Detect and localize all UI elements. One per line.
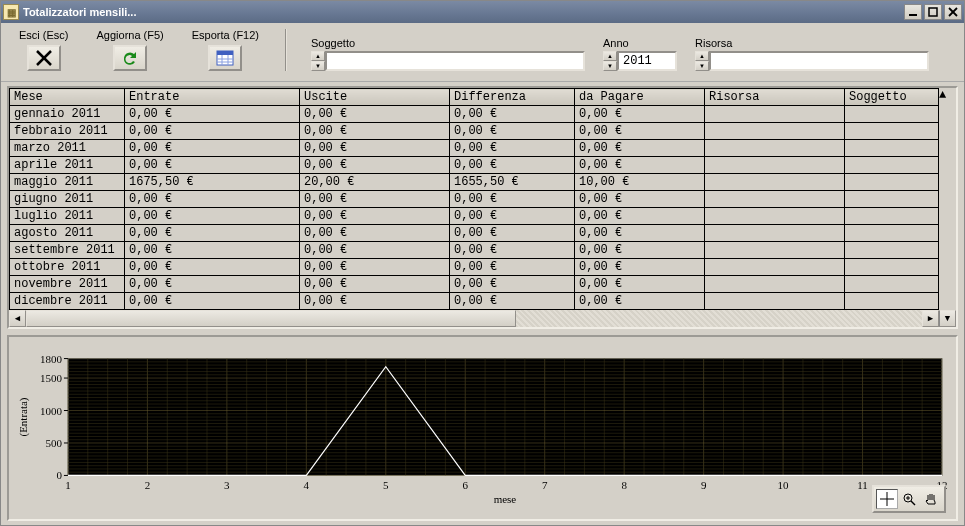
data-table[interactable]: MeseEntrateUsciteDifferenzada PagareRiso… (7, 86, 958, 329)
minimize-button[interactable] (904, 4, 922, 20)
cell: 0,00 € (575, 157, 705, 174)
table-row[interactable]: luglio 20110,00 €0,00 €0,00 €0,00 € (10, 208, 939, 225)
close-icon (27, 45, 61, 71)
cell: 0,00 € (300, 276, 450, 293)
cell: 0,00 € (450, 259, 575, 276)
cell: 0,00 € (300, 208, 450, 225)
table-row[interactable]: gennaio 20110,00 €0,00 €0,00 €0,00 € (10, 106, 939, 123)
svg-text:5: 5 (383, 479, 389, 491)
cell: 0,00 € (450, 157, 575, 174)
resource-label: Risorsa (695, 37, 956, 49)
col-header[interactable]: da Pagare (575, 89, 705, 106)
cell: 0,00 € (125, 157, 300, 174)
col-header[interactable]: Soggetto (845, 89, 939, 106)
cell: novembre 2011 (10, 276, 125, 293)
subject-spin-down[interactable]: ▼ (311, 61, 325, 71)
cell: 0,00 € (125, 225, 300, 242)
exit-button[interactable]: Esci (Esc) (19, 29, 69, 71)
entrata-chart: 1234567891011120500100015001800mese(Entr… (13, 341, 952, 515)
table-row[interactable]: dicembre 20110,00 €0,00 €0,00 €0,00 € (10, 293, 939, 310)
resource-spin-down[interactable]: ▼ (695, 61, 709, 71)
refresh-icon (113, 45, 147, 71)
export-button[interactable]: Esporta (F12) (192, 29, 259, 71)
chart-zoom-tool[interactable] (898, 489, 920, 509)
cell (845, 174, 939, 191)
chart-toolbar (872, 485, 946, 513)
cell (705, 259, 845, 276)
cell: 0,00 € (575, 242, 705, 259)
cell (845, 225, 939, 242)
cell: 0,00 € (300, 259, 450, 276)
chart-pan-tool[interactable] (920, 489, 942, 509)
cell (705, 242, 845, 259)
cell: 0,00 € (450, 140, 575, 157)
resource-spin-up[interactable]: ▲ (695, 51, 709, 61)
cell: 0,00 € (450, 293, 575, 310)
cell: 0,00 € (125, 123, 300, 140)
scroll-right-button[interactable]: ▶ (922, 310, 939, 327)
calendar-icon (208, 45, 242, 71)
scroll-down-button[interactable]: ▼ (939, 310, 956, 327)
cell: 0,00 € (300, 157, 450, 174)
table-row[interactable]: febbraio 20110,00 €0,00 €0,00 €0,00 € (10, 123, 939, 140)
scroll-up-button[interactable]: ▲ (939, 88, 956, 105)
scroll-left-button[interactable]: ◀ (9, 310, 26, 327)
cell: 0,00 € (125, 191, 300, 208)
cell: aprile 2011 (10, 157, 125, 174)
table-row[interactable]: agosto 20110,00 €0,00 €0,00 €0,00 € (10, 225, 939, 242)
subject-input[interactable] (325, 51, 585, 71)
hscroll-thumb[interactable] (26, 310, 516, 327)
svg-text:1: 1 (65, 479, 70, 491)
year-spin-up[interactable]: ▲ (603, 51, 617, 61)
cell: settembre 2011 (10, 242, 125, 259)
cell: 0,00 € (575, 140, 705, 157)
exit-label: Esci (Esc) (19, 29, 69, 41)
cell: 0,00 € (300, 140, 450, 157)
svg-text:7: 7 (542, 479, 548, 491)
table-row[interactable]: aprile 20110,00 €0,00 €0,00 €0,00 € (10, 157, 939, 174)
cell: 0,00 € (125, 276, 300, 293)
chart-crosshair-tool[interactable] (876, 489, 898, 509)
col-header[interactable]: Risorsa (705, 89, 845, 106)
cell: 0,00 € (575, 208, 705, 225)
table-row[interactable]: marzo 20110,00 €0,00 €0,00 €0,00 € (10, 140, 939, 157)
table-row[interactable]: ottobre 20110,00 €0,00 €0,00 €0,00 € (10, 259, 939, 276)
cell: 0,00 € (575, 276, 705, 293)
cell (845, 157, 939, 174)
refresh-label: Aggiorna (F5) (97, 29, 164, 41)
col-header[interactable]: Uscite (300, 89, 450, 106)
cell: 10,00 € (575, 174, 705, 191)
cell: 0,00 € (450, 225, 575, 242)
cell: 0,00 € (125, 208, 300, 225)
hscroll-track[interactable] (26, 310, 922, 327)
table-row[interactable]: maggio 20111675,50 €20,00 €1655,50 €10,0… (10, 174, 939, 191)
svg-rect-1 (929, 8, 937, 16)
cell: 0,00 € (450, 123, 575, 140)
refresh-button[interactable]: Aggiorna (F5) (97, 29, 164, 71)
close-button[interactable] (944, 4, 962, 20)
cell (845, 191, 939, 208)
col-header[interactable]: Mese (10, 89, 125, 106)
subject-spin-up[interactable]: ▲ (311, 51, 325, 61)
year-spin-down[interactable]: ▼ (603, 61, 617, 71)
svg-text:1000: 1000 (40, 405, 62, 417)
col-header[interactable]: Differenza (450, 89, 575, 106)
cell (705, 225, 845, 242)
cell: 0,00 € (300, 106, 450, 123)
cell (705, 208, 845, 225)
table-row[interactable]: settembre 20110,00 €0,00 €0,00 €0,00 € (10, 242, 939, 259)
year-input[interactable] (617, 51, 677, 71)
col-header[interactable]: Entrate (125, 89, 300, 106)
cell (705, 123, 845, 140)
table-row[interactable]: novembre 20110,00 €0,00 €0,00 €0,00 € (10, 276, 939, 293)
svg-line-122 (911, 501, 915, 505)
cell (705, 140, 845, 157)
resource-input[interactable] (709, 51, 929, 71)
svg-text:3: 3 (224, 479, 230, 491)
cell (845, 123, 939, 140)
cell (845, 106, 939, 123)
cell: dicembre 2011 (10, 293, 125, 310)
table-row[interactable]: giugno 20110,00 €0,00 €0,00 €0,00 € (10, 191, 939, 208)
cell (845, 208, 939, 225)
maximize-button[interactable] (924, 4, 942, 20)
